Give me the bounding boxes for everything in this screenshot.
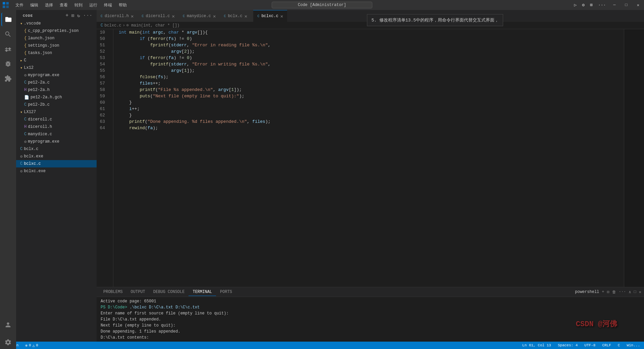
tree-item-diceroll-c[interactable]: C diceroll.c: [16, 116, 97, 123]
tab-diceroll-c[interactable]: Cdiceroll.c✕: [138, 10, 178, 22]
search-box[interactable]: Code [Administrator]: [272, 2, 372, 8]
activity-settings[interactable]: [1, 336, 15, 349]
terminal-trash-icon[interactable]: 🗑: [612, 290, 616, 295]
status-spaces[interactable]: Spaces: 4: [556, 343, 579, 347]
status-eol[interactable]: CRLF: [601, 343, 612, 347]
tab-close-icon[interactable]: ✕: [131, 13, 133, 19]
terminal-content[interactable]: Active code page: 65001PS D:\Code> .\bcl…: [97, 297, 644, 342]
tree-item-c-cpp-props[interactable]: { c_cpp_propreties.json: [16, 27, 97, 35]
tree-item-diceroll-h[interactable]: H diceroll.h: [16, 123, 97, 131]
statusbar-right: Ln 61, Col 13 Spaces: 4 UTF-8 CRLF C Win…: [521, 343, 641, 347]
breadcrumb-sep1: ›: [123, 23, 125, 28]
tree-item-lx127-folder[interactable]: ▾ LX127: [16, 108, 97, 116]
menu-file[interactable]: 文件: [13, 2, 26, 9]
tree-item-vscode-folder[interactable]: ▾ .vscode: [16, 20, 97, 27]
file-icon-json: {: [24, 43, 26, 48]
activity-extensions[interactable]: [1, 72, 15, 85]
menu-view[interactable]: 查看: [57, 2, 70, 9]
tree-item-myprogram-exe-lx127[interactable]: ⚙ myprogram.exe: [16, 138, 97, 145]
tab-filetype-icon: C: [183, 14, 185, 18]
minimap: [624, 29, 644, 287]
breadcrumb-symbol[interactable]: ⊙ main(int, char * []): [126, 23, 179, 28]
tree-item-c-folder[interactable]: ▸ C: [16, 57, 97, 64]
terminal-close-icon[interactable]: ✕: [639, 290, 641, 295]
tab-close-icon[interactable]: ✕: [280, 13, 283, 19]
debug-icon[interactable]: ⚙: [582, 2, 585, 8]
new-folder-icon[interactable]: ⊞: [71, 13, 74, 18]
tree-item-settings-json[interactable]: { settings.json: [16, 42, 97, 49]
panel-tab-problems[interactable]: PROBLEMS: [99, 288, 127, 296]
minimize-button[interactable]: —: [611, 3, 618, 7]
tab-manydice-c[interactable]: Cmanydice.c✕: [179, 10, 220, 22]
status-errors[interactable]: ⊗ 0 △ 0: [24, 343, 39, 348]
code-line-59: puts("Next file (empty line to quit):");: [119, 93, 644, 99]
tab-close-icon[interactable]: ✕: [213, 13, 216, 19]
more-actions-icon[interactable]: ···: [83, 13, 93, 18]
menu-help[interactable]: 帮助: [116, 2, 129, 9]
panel-tab-terminal[interactable]: TERMINAL: [189, 288, 216, 296]
panel-tab-ports[interactable]: PORTS: [216, 288, 236, 296]
code-line-53: if (ferror(fa) != 0): [119, 55, 644, 61]
terminal-maximize-icon[interactable]: □: [634, 290, 636, 294]
terminal-add-icon[interactable]: +: [602, 290, 604, 294]
refresh-icon[interactable]: ↻: [77, 13, 80, 18]
menu-go[interactable]: 转到: [72, 2, 85, 9]
code-line-62: }: [119, 112, 644, 118]
tree-item-pe12-2a-h[interactable]: H pe12-2a.h: [16, 86, 97, 94]
terminal-more-icon[interactable]: ···: [619, 290, 626, 294]
tree-item-launch-json[interactable]: { launch.json: [16, 35, 97, 42]
panel-tab-debug[interactable]: DEBUG CONSOLE: [149, 288, 189, 296]
tree-item-lx12-folder[interactable]: ▾ Lx12: [16, 64, 97, 71]
tab-bclx-c[interactable]: Cbclx.c✕: [220, 10, 253, 22]
menu-bar[interactable]: 文件 编辑 选择 查看 转到 运行 终端 帮助: [13, 2, 129, 9]
tab-bclxc-c[interactable]: Cbclxc.c✕: [253, 10, 287, 22]
tab-close-icon[interactable]: ✕: [172, 13, 175, 19]
editor[interactable]: 10505152535455565758596061626364 int mai…: [97, 29, 644, 287]
breadcrumb-file[interactable]: bclxc.c: [104, 23, 121, 28]
layout-icon[interactable]: ⊞: [590, 2, 593, 8]
tree-item-tasks-json[interactable]: { tasks.json: [16, 49, 97, 57]
status-platform[interactable]: Win...: [625, 343, 641, 347]
tab-close-icon[interactable]: ✕: [245, 13, 247, 19]
activity-debug[interactable]: [1, 57, 15, 70]
activity-explorer[interactable]: [1, 13, 15, 26]
status-position[interactable]: Ln 61, Col 13: [521, 343, 552, 347]
file-icon-h: H: [24, 124, 26, 129]
tree-item-pe12-2a-c[interactable]: C pe12-2a.c: [16, 79, 97, 86]
menu-run[interactable]: 运行: [87, 2, 100, 9]
tree-item-pe12-2a-gch[interactable]: 📄 pe12-2a.h.gch: [16, 94, 97, 101]
code-line-61: i++;: [119, 106, 644, 112]
tree-label-bclxc-c: bclxc.c: [24, 161, 41, 166]
tree-item-bclx-exe[interactable]: ⚙ bclx.exe: [16, 153, 97, 160]
file-icon-folder: ▾: [20, 21, 22, 26]
tab-label: bclx.c: [228, 14, 242, 18]
tab-diceroll-h[interactable]: Cdiceroll.h✕: [97, 10, 138, 22]
file-icon-c: C: [20, 147, 22, 151]
new-file-icon[interactable]: +: [66, 13, 69, 18]
activity-account[interactable]: [1, 318, 15, 332]
app-icon: [3, 2, 9, 8]
tree-item-bclx-c[interactable]: C bclx.c: [16, 145, 97, 153]
tree-label-bclx-exe: bclx.exe: [24, 154, 43, 159]
tree-item-manydice-c-lx127[interactable]: C manydice.c: [16, 131, 97, 138]
terminal-split-icon[interactable]: ⊡: [607, 290, 609, 295]
terminal-minimize-icon[interactable]: ∧: [629, 290, 631, 295]
code-lines[interactable]: int main(int argc, char * argv[]){ if (f…: [113, 29, 644, 287]
tree-item-myprogram-exe-lx12[interactable]: ⚙ myprogram.exe: [16, 71, 97, 79]
activity-search[interactable]: [1, 28, 15, 41]
menu-selection[interactable]: 选择: [42, 2, 56, 9]
status-language[interactable]: C: [616, 343, 622, 347]
panel-tab-output[interactable]: OUTPUT: [127, 288, 149, 296]
panel-tab-right: powershell + ⊡ 🗑 ··· ∧ □ ✕: [575, 290, 641, 295]
tree-item-bclxc-c[interactable]: C bclxc.c: [16, 160, 97, 167]
menu-edit[interactable]: 编辑: [28, 2, 41, 9]
close-button[interactable]: ✕: [635, 3, 641, 8]
maximize-button[interactable]: □: [623, 3, 630, 7]
tree-item-pe12-2b-c[interactable]: C pe12-2b.c: [16, 101, 97, 108]
menu-terminal[interactable]: 终端: [101, 2, 115, 9]
more-icon[interactable]: ···: [598, 3, 606, 8]
status-encoding[interactable]: UTF-8: [583, 343, 597, 347]
tree-item-bclxc-exe[interactable]: ⚙ bclxc.exe: [16, 167, 97, 175]
run-icon[interactable]: ▷: [574, 2, 577, 8]
activity-source-control[interactable]: [1, 42, 15, 56]
